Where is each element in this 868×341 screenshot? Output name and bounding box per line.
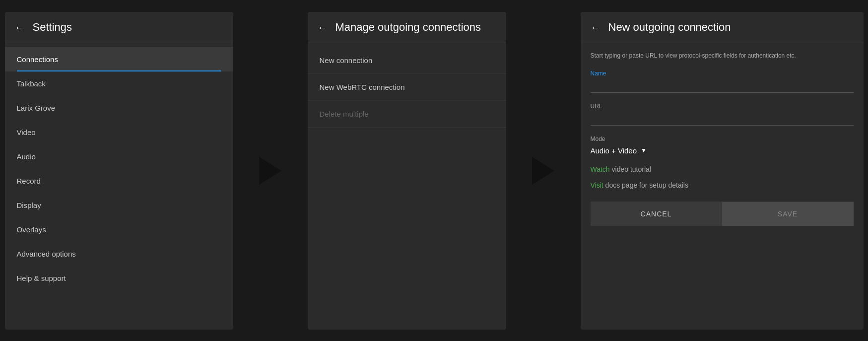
new-connection-back-button[interactable]: ← xyxy=(591,22,601,32)
nav-advanced-options[interactable]: Advanced options xyxy=(5,242,233,266)
nav-larix-grove[interactable]: Larix Grove xyxy=(5,96,233,120)
new-connection-title: New outgoing connection xyxy=(608,21,731,34)
new-connection-header: ← New outgoing connection xyxy=(581,12,864,43)
new-webrtc-connection-item[interactable]: New WebRTC connection xyxy=(308,74,506,101)
name-field-group: Name xyxy=(591,70,854,93)
cancel-button[interactable]: CANCEL xyxy=(591,202,722,226)
nav-talkback[interactable]: Talkback xyxy=(5,71,233,96)
new-connection-item[interactable]: New connection xyxy=(308,47,506,74)
name-input[interactable] xyxy=(591,80,854,93)
url-label: URL xyxy=(591,103,854,110)
nav-connections[interactable]: Connections xyxy=(5,47,233,71)
new-connection-panel: ← New outgoing connection Start typing o… xyxy=(581,12,864,330)
watch-tutorial-link[interactable]: Watch xyxy=(591,165,610,173)
form-actions: CANCEL SAVE xyxy=(591,202,854,226)
settings-title: Settings xyxy=(33,21,72,34)
flow-arrow-1 xyxy=(259,157,281,185)
mode-field-group: Mode Audio + Video ▼ xyxy=(591,136,854,155)
visit-docs-row: Visit docs page for setup details xyxy=(591,181,854,190)
settings-panel: ← Settings Connections Talkback Larix Gr… xyxy=(5,12,233,330)
connections-title: Manage outgoing connections xyxy=(335,21,481,34)
delete-multiple-item: Delete multiple xyxy=(308,101,506,128)
settings-nav: Connections Talkback Larix Grove Video A… xyxy=(5,43,233,294)
watch-tutorial-text: video tutorial xyxy=(610,165,651,173)
form-description: Start typing or paste URL to view protoc… xyxy=(591,51,854,60)
url-input[interactable] xyxy=(591,113,854,126)
nav-video[interactable]: Video xyxy=(5,120,233,144)
url-field-group: URL xyxy=(591,103,854,126)
save-button[interactable]: SAVE xyxy=(722,202,854,226)
mode-dropdown-arrow: ▼ xyxy=(641,147,647,154)
mode-select-value: Audio + Video xyxy=(591,146,637,155)
nav-audio[interactable]: Audio xyxy=(5,144,233,169)
arrow-2 xyxy=(526,157,561,185)
settings-header: ← Settings xyxy=(5,12,233,43)
name-label: Name xyxy=(591,70,854,77)
new-connection-form: Start typing or paste URL to view protoc… xyxy=(581,43,864,234)
mode-label: Mode xyxy=(591,136,854,142)
arrow-1 xyxy=(253,157,288,185)
visit-docs-text: docs page for setup details xyxy=(603,181,688,189)
watch-tutorial-row: Watch video tutorial xyxy=(591,165,854,174)
nav-help-support[interactable]: Help & support xyxy=(5,266,233,290)
flow-arrow-2 xyxy=(532,157,554,185)
connections-panel: ← Manage outgoing connections New connec… xyxy=(308,12,506,330)
nav-display[interactable]: Display xyxy=(5,193,233,217)
connections-back-button[interactable]: ← xyxy=(318,22,328,32)
connections-header: ← Manage outgoing connections xyxy=(308,12,506,43)
settings-back-button[interactable]: ← xyxy=(15,22,25,32)
connections-list: New connection New WebRTC connection Del… xyxy=(308,43,506,132)
nav-overlays[interactable]: Overlays xyxy=(5,217,233,242)
mode-select-dropdown[interactable]: Audio + Video ▼ xyxy=(591,146,854,155)
nav-record[interactable]: Record xyxy=(5,169,233,193)
visit-docs-link[interactable]: Visit xyxy=(591,181,603,189)
